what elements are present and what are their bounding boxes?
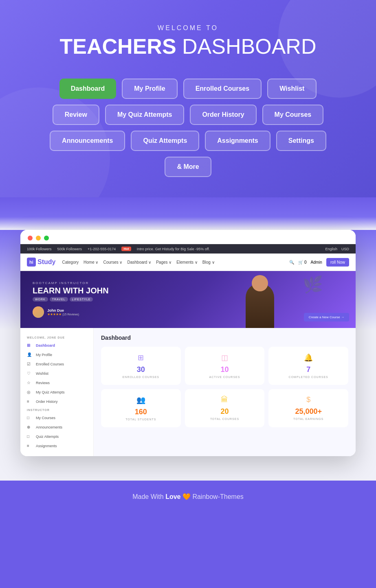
create-course-button[interactable]: Create a New Course → — [304, 313, 349, 321]
enrolled-icon: ☑ — [27, 362, 33, 366]
sidebar-item-enrolledcourses[interactable]: ☑ Enrolled Courses — [20, 359, 93, 369]
fb-followers: 100k Followers — [27, 247, 52, 251]
in-followers: 500k Followers — [57, 247, 82, 251]
site-nav-bar: hi Study Category Home ∨ Courses ∨ Dashb… — [20, 254, 356, 271]
sidebar-item-orderhistory[interactable]: ≡ Order History — [20, 397, 93, 406]
sidebar-item-dashboard[interactable]: ⊞ Dashboard — [20, 341, 93, 350]
stat-active: ◫ 10 ACTIVE COURSES — [185, 347, 265, 385]
quiz2-icon: □ — [27, 434, 33, 439]
cart-icon[interactable]: 🛒 0 — [298, 260, 306, 264]
students-label: TOTAL STUDENTS — [106, 418, 176, 421]
review-count: (15 Reviews) — [62, 313, 79, 316]
nav-category[interactable]: Category — [62, 260, 79, 264]
banner-tag-work: WORK — [33, 297, 48, 302]
nav-btn-announcements[interactable]: Announcements — [50, 131, 125, 151]
browser-dot-red — [28, 236, 33, 240]
enroll-button[interactable]: roll Now — [326, 258, 349, 267]
reviews-icon: ☆ — [27, 380, 33, 385]
nav-pages[interactable]: Pages ∨ — [156, 260, 172, 264]
sidebar-item-reviews[interactable]: ☆ Reviews — [20, 378, 93, 387]
leaf-decoration: 🌿 — [303, 275, 323, 294]
banner-tag-travel: TRAVEL — [50, 297, 68, 302]
hero-subtitle: WELCOME TO — [16, 24, 360, 32]
nav-btn-review[interactable]: Review — [53, 105, 99, 125]
nav-actions: 🔍 🛒 0 Admin roll Now — [289, 258, 349, 267]
footer-text-before: Made With — [132, 493, 163, 500]
nav-btn-myprofile[interactable]: My Profile — [122, 79, 177, 99]
top-announcement-bar: 100k Followers 500k Followers +1-202-555… — [20, 244, 356, 254]
sidebar-welcome: WELCOME, JONE DUE — [20, 334, 93, 341]
sidebar-label-mycourses: My Courses — [36, 416, 55, 420]
sidebar-label-announcements: Announcements — [36, 425, 62, 429]
page-footer: Made With Love 🧡 Rainbow-Themes — [0, 481, 376, 513]
completed-stat-icon: 🔔 — [273, 353, 343, 362]
nav-courses[interactable]: Courses ∨ — [103, 260, 122, 264]
instructor-info: John Due ★★★★★ (15 Reviews) — [47, 308, 79, 316]
lang: English — [325, 247, 337, 251]
active-label: ACTIVE COURSES — [190, 376, 260, 378]
stat-students: 👥 160 TOTAL STUDENTS — [101, 389, 181, 427]
enrolled-stat-icon: ⊞ — [106, 353, 176, 362]
profile-icon: 👤 — [27, 352, 33, 357]
earnings-stat-icon: $ — [273, 396, 343, 404]
banner-name: LEARN WITH JOHN — [33, 286, 109, 295]
nav-btn-quizattempts[interactable]: Quiz Attempts — [131, 131, 199, 151]
sidebar-item-wishlist[interactable]: ♡ Wishlist — [20, 369, 93, 378]
dashboard-icon: ⊞ — [27, 343, 33, 348]
browser-dot-green — [44, 236, 49, 240]
search-icon[interactable]: 🔍 — [289, 260, 294, 264]
nav-btn-more[interactable]: & More — [165, 157, 211, 177]
nav-btn-assignments[interactable]: Assignments — [205, 131, 270, 151]
enrolled-number: 30 — [106, 365, 176, 374]
nav-btn-orderhistory[interactable]: Order History — [190, 105, 256, 125]
active-stat-icon: ◫ — [190, 353, 260, 362]
sidebar-label-reviews: Reviews — [36, 381, 50, 385]
browser-mockup: 100k Followers 500k Followers +1-202-555… — [20, 230, 356, 456]
totalcourses-label: TOTAL COURSES — [190, 418, 260, 420]
footer-brand: Rainbow-Themes — [192, 493, 243, 500]
sidebar-item-myprofile[interactable]: 👤 My Profile — [20, 350, 93, 359]
instructor-avatar — [33, 306, 44, 318]
earnings-number: 25,000+ — [273, 407, 343, 416]
nav-btn-enrolledcourses[interactable]: Enrolled Courses — [183, 79, 262, 99]
phone: +1-202-555-0174 — [88, 247, 116, 251]
hot-badge: Hot — [121, 247, 131, 251]
banner-label: BOOTCAMP INSTRUCTOR — [33, 281, 109, 285]
sidebar-item-quizattempts[interactable]: ◎ My Quiz Attempts — [20, 387, 93, 397]
banner-tag-lifestyle: LIFESTYLE — [70, 297, 93, 302]
nav-btn-dashboard[interactable]: Dashboard — [59, 79, 117, 99]
banner-content: BOOTCAMP INSTRUCTOR LEARN WITH JOHN WORK… — [33, 281, 109, 318]
site-logo[interactable]: hi Study — [27, 258, 55, 267]
sidebar-label-dashboard: Dashboard — [36, 343, 55, 348]
wave-divider — [0, 197, 376, 230]
sidebar-label-assignments: Assignments — [36, 444, 57, 448]
sidebar-item-assignments[interactable]: ≡ Assignments — [20, 441, 93, 450]
earnings-label: TOTAL EARNINGS — [273, 418, 343, 420]
sidebar-item-quiz-attempts[interactable]: □ Quiz Attempts — [20, 432, 93, 441]
totalcourses-number: 20 — [190, 407, 260, 416]
instructor-name: John Due — [47, 308, 79, 313]
nav-elements[interactable]: Elements ∨ — [176, 260, 197, 264]
nav-btn-wishlist[interactable]: Wishlist — [267, 79, 317, 99]
person-illustration — [246, 283, 274, 328]
hero-title-bold: TEACHERS — [60, 35, 176, 58]
nav-home[interactable]: Home ∨ — [84, 260, 98, 264]
nav-btn-mycourses[interactable]: My Courses — [262, 105, 324, 125]
top-bar-right: English USD — [325, 247, 349, 251]
nav-btn-myquizattempts[interactable]: My Quiz Attempts — [105, 105, 185, 125]
stat-totalcourses: 🏛 20 TOTAL COURSES — [185, 389, 265, 427]
logo-text: Study — [37, 258, 55, 266]
sidebar-label-wishlist: Wishlist — [36, 372, 48, 376]
nav-blog[interactable]: Blog ∨ — [202, 260, 215, 264]
footer-heart: 🧡 — [183, 493, 191, 500]
sidebar-item-announcements[interactable]: ⊕ Announcements — [20, 422, 93, 432]
sidebar-item-mycourses[interactable]: □ My Courses — [20, 413, 93, 422]
nav-items: Category Home ∨ Courses ∨ Dashboard ∨ Pa… — [62, 260, 214, 264]
banner-tags: WORK TRAVEL LIFESTYLE — [33, 297, 109, 302]
dashboard-title: Dashboard — [101, 334, 348, 341]
stat-completed: 🔔 7 COMPLETED COURSES — [268, 347, 348, 385]
sidebar-label-order: Order History — [36, 400, 58, 404]
nav-btn-settings[interactable]: Settings — [276, 131, 326, 151]
nav-dashboard[interactable]: Dashboard ∨ — [128, 260, 152, 264]
logo-icon: hi — [27, 258, 36, 267]
